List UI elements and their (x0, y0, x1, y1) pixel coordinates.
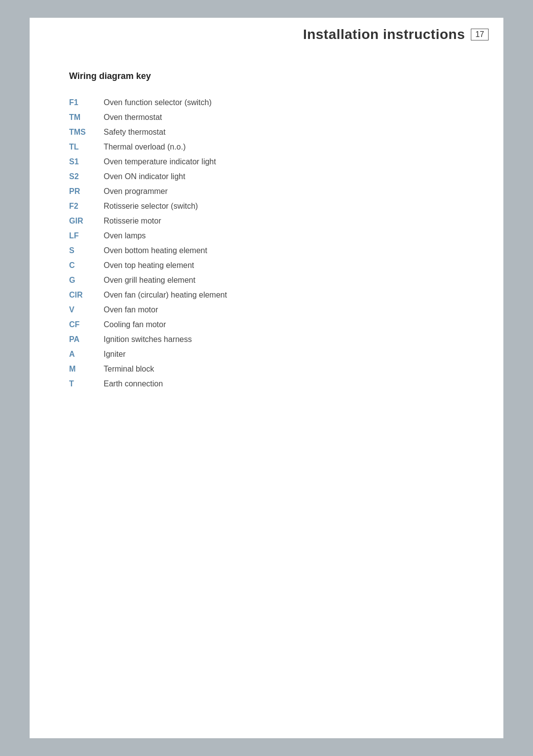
key-code: A (69, 347, 104, 362)
key-description: Oven top heating element (104, 258, 474, 273)
key-row: GIRRotisserie motor (69, 214, 474, 228)
key-code: TL (69, 140, 104, 154)
key-row: F2Rotisserie selector (switch) (69, 199, 474, 214)
key-row: PROven programmer (69, 184, 474, 199)
key-description: Thermal overload (n.o.) (104, 140, 474, 154)
key-description: Oven function selector (switch) (104, 95, 474, 110)
key-row: MTerminal block (69, 362, 474, 377)
key-description: Oven lamps (104, 228, 474, 243)
key-row: S1Oven temperature indicator light (69, 154, 474, 169)
key-code: S (69, 243, 104, 258)
key-code: M (69, 362, 104, 377)
key-code: S2 (69, 169, 104, 184)
key-row: TMSSafety thermostat (69, 125, 474, 140)
key-row: SOven bottom heating element (69, 243, 474, 258)
key-row: COven top heating element (69, 258, 474, 273)
key-code: T (69, 377, 104, 391)
section-heading: Wiring diagram key (69, 71, 474, 81)
key-code: LF (69, 228, 104, 243)
key-row: LFOven lamps (69, 228, 474, 243)
key-code: GIR (69, 214, 104, 228)
key-description: Safety thermostat (104, 125, 474, 140)
key-code: G (69, 273, 104, 288)
key-code: F2 (69, 199, 104, 214)
key-description: Rotisserie selector (switch) (104, 199, 474, 214)
key-description: Oven fan (circular) heating element (104, 288, 474, 302)
key-row: PAIgnition switches harness (69, 332, 474, 347)
key-code: TM (69, 110, 104, 125)
key-description: Cooling fan motor (104, 317, 474, 332)
key-description: Rotisserie motor (104, 214, 474, 228)
key-description: Igniter (104, 347, 474, 362)
key-description: Earth connection (104, 377, 474, 391)
key-code: V (69, 302, 104, 317)
key-description: Oven grill heating element (104, 273, 474, 288)
key-row: CIROven fan (circular) heating element (69, 288, 474, 302)
key-row: TMOven thermostat (69, 110, 474, 125)
key-row: VOven fan motor (69, 302, 474, 317)
key-description: Ignition switches harness (104, 332, 474, 347)
key-code: F1 (69, 95, 104, 110)
key-description: Terminal block (104, 362, 474, 377)
wiring-key-table: F1Oven function selector (switch)TMOven … (69, 95, 474, 391)
page-number: 17 (471, 29, 489, 40)
key-row: F1Oven function selector (switch) (69, 95, 474, 110)
key-code: CIR (69, 288, 104, 302)
key-code: S1 (69, 154, 104, 169)
key-description: Oven fan motor (104, 302, 474, 317)
key-description: Oven bottom heating element (104, 243, 474, 258)
key-code: CF (69, 317, 104, 332)
key-code: C (69, 258, 104, 273)
key-code: PR (69, 184, 104, 199)
key-description: Oven programmer (104, 184, 474, 199)
page: Installation instructions 17 Wiring diag… (30, 18, 503, 738)
key-row: TLThermal overload (n.o.) (69, 140, 474, 154)
key-row: S2Oven ON indicator light (69, 169, 474, 184)
key-description: Oven ON indicator light (104, 169, 474, 184)
key-row: TEarth connection (69, 377, 474, 391)
page-content: Wiring diagram key F1Oven function selec… (30, 51, 503, 411)
key-description: Oven temperature indicator light (104, 154, 474, 169)
key-row: GOven grill heating element (69, 273, 474, 288)
key-code: PA (69, 332, 104, 347)
page-header: Installation instructions 17 (30, 18, 503, 51)
key-row: AIgniter (69, 347, 474, 362)
key-row: CFCooling fan motor (69, 317, 474, 332)
page-title: Installation instructions (303, 27, 465, 42)
key-description: Oven thermostat (104, 110, 474, 125)
key-code: TMS (69, 125, 104, 140)
